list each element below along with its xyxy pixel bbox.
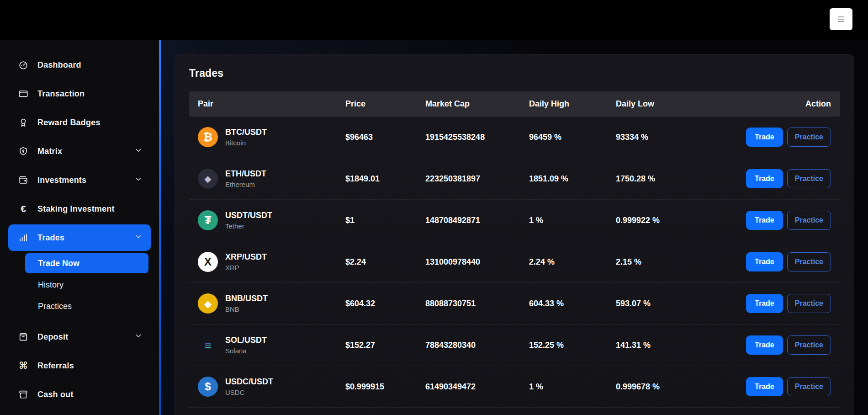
sidebar-item-matrix[interactable]: Matrix: [8, 138, 151, 165]
market-cap-cell: 223250381897: [425, 174, 529, 184]
sidebar-item-label: Reward Badges: [37, 118, 101, 128]
trades-submenu: Trade Now History Practices: [0, 253, 159, 316]
market-cap-cell: 1915425538248: [425, 133, 529, 142]
pair-cell: ◆ BNB/USDT BNB: [198, 293, 345, 314]
trade-button[interactable]: Trade: [746, 128, 783, 146]
trade-button[interactable]: Trade: [746, 252, 783, 271]
daily-high-cell: 1 %: [529, 382, 616, 392]
medal-icon: [18, 117, 28, 128]
solana-icon: ≡: [198, 335, 218, 355]
sidebar-item-dashboard[interactable]: Dashboard: [8, 52, 151, 78]
practice-button[interactable]: Practice: [787, 294, 831, 313]
practice-button[interactable]: Practice: [787, 169, 831, 188]
sub-item-label: Trade Now: [38, 259, 79, 268]
pair-symbol: BNB/USDT: [225, 294, 268, 303]
daily-high-cell: 152.25 %: [529, 341, 616, 350]
sidebar-item-referrals[interactable]: ⌘ Referrals: [8, 352, 151, 379]
sidebar-item-reward-badges[interactable]: Reward Badges: [8, 109, 151, 136]
chevron-down-icon: [134, 233, 143, 243]
sidebar-item-staking-investment[interactable]: € Staking Investment: [8, 196, 151, 222]
sidebar-item-label: Staking Investment: [37, 204, 115, 214]
market-cap-cell: 78843280340: [425, 341, 529, 350]
trade-button[interactable]: Trade: [746, 169, 783, 188]
column-market-cap: Market Cap: [425, 99, 529, 109]
action-cell: Trade Practice: [740, 377, 831, 396]
sidebar-subitem-history[interactable]: History: [25, 275, 148, 295]
practice-button[interactable]: Practice: [787, 128, 831, 146]
action-cell: Trade Practice: [740, 294, 831, 313]
sidebar-item-cash-out[interactable]: Cash out: [8, 381, 151, 408]
pair-symbol: BTC/USDT: [225, 128, 267, 137]
table-body: ₿ BTC/USDT Bitcoin $96463 1915425538248 …: [189, 117, 840, 408]
sidebar-subitem-trade-now[interactable]: Trade Now: [25, 253, 148, 273]
pair-symbol: USDC/USDT: [225, 377, 273, 387]
pair-cell: ₮ USDT/USDT Tether: [198, 210, 345, 230]
user-menu-button[interactable]: [830, 8, 852, 30]
euro-icon: €: [18, 204, 28, 214]
trade-button[interactable]: Trade: [746, 335, 783, 354]
archive-icon: [18, 389, 28, 399]
shield-icon: [18, 146, 28, 156]
table-row: $ USDC/USDT USDC $0.999915 61490349472 1…: [189, 366, 840, 408]
sidebar-item-label: Dashboard: [37, 60, 81, 70]
column-pair: Pair: [198, 99, 345, 109]
daily-low-cell: 141.31 %: [616, 341, 740, 350]
pair-cell: $ USDC/USDT USDC: [198, 377, 345, 397]
action-cell: Trade Practice: [740, 169, 831, 188]
trade-button[interactable]: Trade: [746, 377, 783, 396]
table-row: ₿ BTC/USDT Bitcoin $96463 1915425538248 …: [189, 117, 840, 158]
daily-low-cell: 93334 %: [616, 133, 740, 142]
practice-button[interactable]: Practice: [787, 252, 831, 271]
chevron-down-icon: [134, 332, 143, 342]
bnb-icon: ◆: [198, 293, 218, 314]
sidebar-item-label: Matrix: [37, 147, 62, 156]
sidebar-item-label: Transaction: [37, 89, 85, 99]
sidebar-item-investments[interactable]: Investments: [8, 167, 151, 193]
daily-high-cell: 1 %: [529, 216, 616, 225]
trades-table: Pair Price Market Cap Daily High Daily L…: [189, 91, 840, 408]
pair-name: XRP: [225, 264, 267, 271]
topbar: [0, 0, 868, 40]
action-cell: Trade Practice: [740, 211, 831, 229]
trade-button[interactable]: Trade: [746, 294, 783, 313]
pair-cell: ≡ SOL/USDT Solana: [198, 335, 345, 355]
pair-name: Bitcoin: [225, 139, 267, 147]
sidebar-item-label: Deposit: [37, 332, 68, 342]
sidebar-item-trades[interactable]: Trades: [8, 224, 151, 251]
command-icon: ⌘: [18, 361, 28, 371]
action-cell: Trade Practice: [740, 335, 831, 354]
page-title: Trades: [189, 67, 840, 80]
practice-button[interactable]: Practice: [787, 377, 831, 396]
practice-button[interactable]: Practice: [787, 211, 831, 229]
pair-cell: X XRP/USDT XRP: [198, 252, 345, 272]
column-daily-high: Daily High: [529, 99, 616, 109]
practice-button[interactable]: Practice: [787, 335, 831, 354]
sidebar-item-deposit[interactable]: Deposit: [8, 324, 151, 350]
sidebar-subitem-practices[interactable]: Practices: [25, 296, 148, 316]
daily-low-cell: 1750.28 %: [616, 174, 740, 184]
pair-name: Ethereum: [225, 181, 266, 188]
sidebar-item-transaction[interactable]: Transaction: [8, 80, 151, 107]
table-row: ₮ USDT/USDT Tether $1 148708492871 1 % 0…: [189, 200, 840, 241]
sub-item-label: History: [38, 280, 64, 290]
table-row: ◆ ETH/USDT Ethereum $1849.01 22325038189…: [189, 158, 840, 200]
tether-icon: ₮: [198, 210, 218, 230]
trade-button[interactable]: Trade: [746, 211, 783, 229]
daily-low-cell: 2.15 %: [616, 257, 740, 267]
price-cell: $604.32: [345, 299, 425, 309]
trades-card: Trades Pair Price Market Cap Daily High …: [175, 54, 854, 415]
table-row: ≡ SOL/USDT Solana $152.27 78843280340 15…: [189, 325, 840, 366]
pair-name: BNB: [225, 305, 268, 313]
price-cell: $152.27: [345, 341, 425, 350]
price-cell: $2.24: [345, 257, 425, 267]
column-daily-low: Daily Low: [616, 99, 740, 109]
market-cap-cell: 148708492871: [425, 216, 529, 225]
sub-item-label: Practices: [38, 302, 72, 311]
chevron-down-icon: [134, 175, 143, 185]
daily-low-cell: 0.999922 %: [616, 216, 740, 225]
pair-symbol: XRP/USDT: [225, 252, 267, 262]
credit-card-icon: [18, 89, 28, 99]
market-cap-cell: 131000978440: [425, 257, 529, 267]
table-row: X XRP/USDT XRP $2.24 131000978440 2.24 %…: [189, 241, 840, 283]
chevron-down-icon: [134, 146, 143, 156]
